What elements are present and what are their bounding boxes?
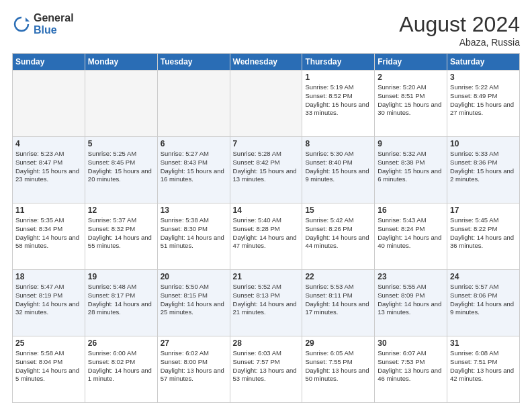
table-row: 9Sunrise: 5:32 AMSunset: 8:38 PMDaylight… bbox=[375, 137, 447, 203]
table-row: 4Sunrise: 5:23 AMSunset: 8:47 PMDaylight… bbox=[13, 137, 85, 203]
table-row: 2Sunrise: 5:20 AMSunset: 8:51 PMDaylight… bbox=[375, 71, 447, 137]
day-info: Sunrise: 5:57 AMSunset: 8:06 PMDaylight:… bbox=[450, 283, 517, 317]
day-info: Sunrise: 6:00 AMSunset: 8:02 PMDaylight:… bbox=[88, 349, 154, 383]
col-sunday: Sunday bbox=[13, 54, 85, 71]
day-number: 7 bbox=[233, 139, 300, 148]
table-row bbox=[230, 71, 302, 137]
day-number: 26 bbox=[88, 338, 154, 348]
table-row: 13Sunrise: 5:38 AMSunset: 8:30 PMDayligh… bbox=[157, 203, 230, 270]
day-info: Sunrise: 6:07 AMSunset: 7:53 PMDaylight:… bbox=[378, 349, 444, 383]
month-year: August 2024 bbox=[399, 12, 520, 37]
day-number: 9 bbox=[378, 139, 444, 148]
day-number: 12 bbox=[88, 205, 154, 215]
day-number: 1 bbox=[305, 73, 371, 82]
day-number: 28 bbox=[233, 338, 300, 348]
page-header: General Blue August 2024 Abaza, Russia bbox=[12, 12, 520, 48]
day-number: 13 bbox=[161, 205, 227, 215]
day-number: 27 bbox=[161, 338, 227, 348]
day-number: 6 bbox=[161, 139, 227, 148]
day-info: Sunrise: 5:28 AMSunset: 8:42 PMDaylight:… bbox=[233, 150, 300, 184]
table-row: 20Sunrise: 5:50 AMSunset: 8:15 PMDayligh… bbox=[157, 270, 230, 336]
day-info: Sunrise: 5:47 AMSunset: 8:19 PMDaylight:… bbox=[15, 283, 82, 317]
day-info: Sunrise: 6:05 AMSunset: 7:55 PMDaylight:… bbox=[305, 349, 371, 383]
day-number: 22 bbox=[305, 272, 371, 281]
day-info: Sunrise: 5:50 AMSunset: 8:15 PMDaylight:… bbox=[161, 283, 227, 317]
day-info: Sunrise: 5:20 AMSunset: 8:51 PMDaylight:… bbox=[378, 83, 444, 118]
day-number: 16 bbox=[378, 205, 444, 215]
table-row: 12Sunrise: 5:37 AMSunset: 8:32 PMDayligh… bbox=[85, 203, 157, 270]
calendar-table: Sunday Monday Tuesday Wednesday Thursday… bbox=[12, 53, 520, 403]
table-row: 6Sunrise: 5:27 AMSunset: 8:43 PMDaylight… bbox=[157, 137, 230, 203]
day-number: 15 bbox=[305, 205, 371, 215]
table-row: 22Sunrise: 5:53 AMSunset: 8:11 PMDayligh… bbox=[302, 270, 375, 336]
table-row bbox=[157, 71, 230, 137]
day-number: 2 bbox=[378, 73, 444, 82]
table-row: 15Sunrise: 5:42 AMSunset: 8:26 PMDayligh… bbox=[302, 203, 375, 270]
table-row bbox=[85, 71, 157, 137]
table-row: 17Sunrise: 5:45 AMSunset: 8:22 PMDayligh… bbox=[447, 203, 520, 270]
location: Abaza, Russia bbox=[399, 37, 520, 48]
day-number: 29 bbox=[305, 338, 371, 348]
table-row: 8Sunrise: 5:30 AMSunset: 8:40 PMDaylight… bbox=[302, 137, 375, 203]
table-row: 27Sunrise: 6:02 AMSunset: 8:00 PMDayligh… bbox=[157, 336, 230, 403]
day-number: 11 bbox=[15, 205, 82, 215]
day-info: Sunrise: 6:03 AMSunset: 7:57 PMDaylight:… bbox=[233, 349, 300, 383]
table-row: 16Sunrise: 5:43 AMSunset: 8:24 PMDayligh… bbox=[375, 203, 447, 270]
logo-blue-text: Blue bbox=[34, 24, 74, 36]
table-row: 21Sunrise: 5:52 AMSunset: 8:13 PMDayligh… bbox=[230, 270, 302, 336]
calendar-week-row: 1Sunrise: 5:19 AMSunset: 8:52 PMDaylight… bbox=[13, 71, 520, 137]
table-row: 28Sunrise: 6:03 AMSunset: 7:57 PMDayligh… bbox=[230, 336, 302, 403]
day-info: Sunrise: 5:25 AMSunset: 8:45 PMDaylight:… bbox=[88, 150, 154, 184]
table-row bbox=[13, 71, 85, 137]
day-info: Sunrise: 5:22 AMSunset: 8:49 PMDaylight:… bbox=[450, 83, 517, 118]
day-number: 17 bbox=[450, 205, 517, 215]
col-monday: Monday bbox=[85, 54, 157, 71]
day-number: 4 bbox=[15, 139, 82, 148]
table-row: 14Sunrise: 5:40 AMSunset: 8:28 PMDayligh… bbox=[230, 203, 302, 270]
col-saturday: Saturday bbox=[447, 54, 520, 71]
table-row: 10Sunrise: 5:33 AMSunset: 8:36 PMDayligh… bbox=[447, 137, 520, 203]
day-info: Sunrise: 5:42 AMSunset: 8:26 PMDaylight:… bbox=[305, 216, 371, 250]
day-info: Sunrise: 5:55 AMSunset: 8:09 PMDaylight:… bbox=[378, 283, 444, 317]
day-number: 24 bbox=[450, 272, 517, 281]
table-row: 24Sunrise: 5:57 AMSunset: 8:06 PMDayligh… bbox=[447, 270, 520, 336]
calendar-week-row: 18Sunrise: 5:47 AMSunset: 8:19 PMDayligh… bbox=[13, 270, 520, 336]
day-info: Sunrise: 5:32 AMSunset: 8:38 PMDaylight:… bbox=[378, 150, 444, 184]
table-row: 26Sunrise: 6:00 AMSunset: 8:02 PMDayligh… bbox=[85, 336, 157, 403]
day-number: 25 bbox=[15, 338, 82, 348]
day-info: Sunrise: 5:35 AMSunset: 8:34 PMDaylight:… bbox=[15, 216, 82, 250]
col-thursday: Thursday bbox=[302, 54, 375, 71]
day-info: Sunrise: 5:40 AMSunset: 8:28 PMDaylight:… bbox=[233, 216, 300, 250]
table-row: 19Sunrise: 5:48 AMSunset: 8:17 PMDayligh… bbox=[85, 270, 157, 336]
calendar-week-row: 11Sunrise: 5:35 AMSunset: 8:34 PMDayligh… bbox=[13, 203, 520, 270]
day-info: Sunrise: 5:23 AMSunset: 8:47 PMDaylight:… bbox=[15, 150, 82, 184]
col-wednesday: Wednesday bbox=[230, 54, 302, 71]
calendar-week-row: 4Sunrise: 5:23 AMSunset: 8:47 PMDaylight… bbox=[13, 137, 520, 203]
table-row: 25Sunrise: 5:58 AMSunset: 8:04 PMDayligh… bbox=[13, 336, 85, 403]
day-info: Sunrise: 5:33 AMSunset: 8:36 PMDaylight:… bbox=[450, 150, 517, 184]
day-info: Sunrise: 6:08 AMSunset: 7:51 PMDaylight:… bbox=[450, 349, 517, 383]
day-info: Sunrise: 5:19 AMSunset: 8:52 PMDaylight:… bbox=[305, 83, 371, 118]
day-info: Sunrise: 5:53 AMSunset: 8:11 PMDaylight:… bbox=[305, 283, 371, 317]
table-row: 3Sunrise: 5:22 AMSunset: 8:49 PMDaylight… bbox=[447, 71, 520, 137]
table-row: 11Sunrise: 5:35 AMSunset: 8:34 PMDayligh… bbox=[13, 203, 85, 270]
col-friday: Friday bbox=[375, 54, 447, 71]
table-row: 5Sunrise: 5:25 AMSunset: 8:45 PMDaylight… bbox=[85, 137, 157, 203]
day-number: 8 bbox=[305, 139, 371, 148]
day-info: Sunrise: 5:52 AMSunset: 8:13 PMDaylight:… bbox=[233, 283, 300, 317]
table-row: 31Sunrise: 6:08 AMSunset: 7:51 PMDayligh… bbox=[447, 336, 520, 403]
table-row: 7Sunrise: 5:28 AMSunset: 8:42 PMDaylight… bbox=[230, 137, 302, 203]
day-number: 5 bbox=[88, 139, 154, 148]
day-number: 3 bbox=[450, 73, 517, 82]
day-number: 31 bbox=[450, 338, 517, 348]
day-info: Sunrise: 5:43 AMSunset: 8:24 PMDaylight:… bbox=[378, 216, 444, 250]
table-row: 1Sunrise: 5:19 AMSunset: 8:52 PMDaylight… bbox=[302, 71, 375, 137]
table-row: 23Sunrise: 5:55 AMSunset: 8:09 PMDayligh… bbox=[375, 270, 447, 336]
day-info: Sunrise: 5:27 AMSunset: 8:43 PMDaylight:… bbox=[161, 150, 227, 184]
calendar-week-row: 25Sunrise: 5:58 AMSunset: 8:04 PMDayligh… bbox=[13, 336, 520, 403]
title-block: August 2024 Abaza, Russia bbox=[399, 12, 520, 48]
day-number: 30 bbox=[378, 338, 444, 348]
day-info: Sunrise: 5:30 AMSunset: 8:40 PMDaylight:… bbox=[305, 150, 371, 184]
day-number: 20 bbox=[161, 272, 227, 281]
day-number: 23 bbox=[378, 272, 444, 281]
